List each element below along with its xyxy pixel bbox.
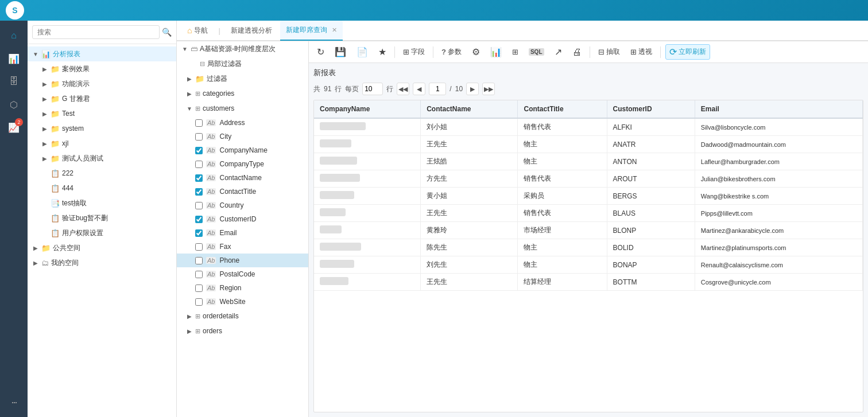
star-icon: ★ bbox=[378, 46, 386, 57]
page-prev-btn[interactable]: ◀ bbox=[413, 83, 425, 95]
field-contactname-checkbox[interactable] bbox=[195, 174, 203, 182]
tree-search-input[interactable] bbox=[32, 25, 160, 39]
extract-btn[interactable]: ⊟ 抽取 bbox=[595, 45, 623, 59]
field-phone[interactable]: Ab Phone bbox=[177, 254, 308, 267]
field-website-checkbox[interactable] bbox=[195, 298, 203, 306]
tree-sidebar: 🔍 ▼ 📊 分析报表 ▶ 📁 案例效果 ▶ 📁 功能演示 ▶ 📁 bbox=[28, 21, 177, 417]
ds-customers[interactable]: ▼ ⊞ customers bbox=[177, 101, 308, 116]
refresh-btn[interactable]: ↻ bbox=[313, 45, 328, 59]
toolbar: ↻ 💾 📄 ★ ⊞ 字段 bbox=[309, 41, 868, 63]
cell-contact: 刘先生 bbox=[421, 256, 518, 274]
field-website[interactable]: Ab WebSite bbox=[177, 295, 308, 309]
field-address[interactable]: Ab Address bbox=[177, 116, 308, 130]
data-header: 新报表 bbox=[313, 68, 863, 78]
sidebar-item-component[interactable]: ⬡ bbox=[3, 94, 24, 115]
field-region[interactable]: Ab Region bbox=[177, 281, 308, 295]
main-data-area: ↻ 💾 📄 ★ ⊞ 字段 bbox=[309, 41, 868, 417]
page-first-btn[interactable]: ◀◀ bbox=[397, 83, 409, 95]
param-btn[interactable]: ? 参数 bbox=[438, 45, 465, 59]
ds-filter[interactable]: ▶ 📁 过滤器 bbox=[177, 71, 308, 86]
field-fax[interactable]: Ab Fax bbox=[177, 240, 308, 254]
sql-btn[interactable]: SQL bbox=[525, 46, 548, 57]
tree-item-validate-bug[interactable]: ▶ 📋 验证bug暂不删 bbox=[28, 211, 176, 225]
field-address-checkbox[interactable] bbox=[195, 119, 203, 127]
save-btn[interactable]: 💾 bbox=[331, 45, 350, 59]
export-btn[interactable]: ↗ bbox=[551, 45, 565, 59]
search-icon[interactable]: 🔍 bbox=[162, 28, 172, 37]
saveas-btn[interactable]: 📄 bbox=[353, 45, 371, 59]
field-city[interactable]: Ab City bbox=[177, 130, 308, 143]
field-companytype[interactable]: Ab CompanyType bbox=[177, 157, 308, 171]
cell-company bbox=[314, 256, 421, 274]
tree-item-444[interactable]: ▶ 📋 444 bbox=[28, 181, 176, 196]
tab-close-btn[interactable]: ✕ bbox=[332, 26, 337, 34]
tree-item-case-result[interactable]: ▶ 📁 案例效果 bbox=[28, 61, 176, 76]
field-country-checkbox[interactable] bbox=[195, 202, 203, 209]
sidebar-item-more[interactable]: ··· bbox=[3, 392, 24, 412]
field-country[interactable]: Ab Country bbox=[177, 198, 308, 212]
tab-nav[interactable]: ⌂ 导航 bbox=[181, 21, 214, 41]
tree-item-public-space[interactable]: ▶ 📁 公共空间 bbox=[28, 240, 176, 255]
field-contacttitle[interactable]: Ab ContactTitle bbox=[177, 185, 308, 198]
chart-icon: 📊 bbox=[41, 50, 51, 59]
field-phone-checkbox[interactable] bbox=[195, 257, 203, 264]
field-email-checkbox[interactable] bbox=[195, 229, 203, 237]
field-companytype-checkbox[interactable] bbox=[195, 161, 203, 168]
tree-item-func-demo[interactable]: ▶ 📁 功能演示 bbox=[28, 76, 176, 91]
field-postalcode-checkbox[interactable] bbox=[195, 271, 203, 278]
filter-local-icon: ⊟ bbox=[200, 60, 205, 68]
tree-item-my-space[interactable]: ▶ 🗂 我的空间 bbox=[28, 255, 176, 270]
page-next-btn[interactable]: ▶ bbox=[466, 83, 479, 95]
tree-item-test[interactable]: ▶ 📁 Test bbox=[28, 106, 176, 121]
cell-email: Cosgrove@unicycle.com bbox=[695, 274, 862, 291]
cell-company bbox=[314, 274, 421, 291]
tree-item-user-auth[interactable]: ▶ 📋 用户权限设置 bbox=[28, 225, 176, 240]
ds-categories[interactable]: ▶ ⊞ categories bbox=[177, 86, 308, 101]
field-contacttitle-checkbox[interactable] bbox=[195, 188, 203, 196]
cell-company bbox=[314, 153, 421, 170]
tree-item-test-extract[interactable]: ▶ 📑 test抽取 bbox=[28, 196, 176, 211]
field-contactname[interactable]: Ab ContactName bbox=[177, 171, 308, 185]
ds-root[interactable]: ▼ 🗃 A基础资源-时间维度层次 bbox=[177, 41, 308, 56]
sidebar-item-report[interactable]: 📊 bbox=[3, 48, 24, 69]
tab-new-pivot[interactable]: 新建透视分析 bbox=[225, 21, 278, 41]
pivot-btn[interactable]: ⊞ 透视 bbox=[627, 45, 656, 59]
tree-item-222[interactable]: ▶ 📋 222 bbox=[28, 166, 176, 181]
tree-item-test-user[interactable]: ▶ 📁 测试人员测试 bbox=[28, 151, 176, 166]
tree-item-g-jiajun[interactable]: ▶ 📁 G 甘雅君 bbox=[28, 91, 176, 106]
sidebar-item-chart[interactable]: 📈 2 bbox=[3, 117, 24, 138]
setting-btn[interactable]: ⚙ bbox=[468, 45, 483, 59]
field-email[interactable]: Ab Email bbox=[177, 226, 308, 240]
toolbar-divider-4 bbox=[660, 46, 661, 58]
main-layout: ⌂ 📊 🗄 ⬡ 📈 2 ··· 🔍 ▼ 📊 分析报表 ▶ 📁 案例效果 bbox=[0, 21, 868, 417]
print-btn[interactable]: 🖨 bbox=[569, 45, 585, 59]
field-postalcode[interactable]: Ab PostalCode bbox=[177, 267, 308, 281]
ds-filter-local[interactable]: ▶ ⊟ 局部过滤器 bbox=[177, 56, 308, 71]
field-fax-checkbox[interactable] bbox=[195, 243, 203, 251]
refresh-now-btn[interactable]: ⟳ 立即刷新 bbox=[665, 44, 710, 60]
refresh-now-icon: ⟳ bbox=[669, 46, 677, 57]
analysis-report-label: 分析报表 bbox=[53, 49, 172, 59]
page-input[interactable] bbox=[429, 83, 446, 95]
field-customerid[interactable]: Ab CustomerID bbox=[177, 212, 308, 226]
ds-orderdetails[interactable]: ▶ ⊞ orderdetails bbox=[177, 309, 308, 324]
chart-view-btn[interactable]: 📊 bbox=[487, 45, 505, 59]
favorite-btn[interactable]: ★ bbox=[375, 45, 390, 59]
field-customerid-checkbox[interactable] bbox=[195, 216, 203, 223]
table-view-btn[interactable]: ⊞ bbox=[509, 46, 522, 58]
page-last-btn[interactable]: ▶▶ bbox=[482, 83, 495, 95]
field-companyname[interactable]: Ab CompanyName bbox=[177, 143, 308, 157]
field-companyname-checkbox[interactable] bbox=[195, 147, 203, 154]
tree-item-analysis-report[interactable]: ▼ 📊 分析报表 bbox=[28, 46, 176, 61]
tree-item-system[interactable]: ▶ 📁 system bbox=[28, 121, 176, 136]
sidebar-item-home[interactable]: ⌂ bbox=[3, 25, 24, 46]
field-btn[interactable]: ⊞ 字段 bbox=[400, 45, 428, 59]
field-region-checkbox[interactable] bbox=[195, 285, 203, 292]
tree-item-xjl[interactable]: ▶ 📁 xjl bbox=[28, 136, 176, 151]
per-page-input[interactable] bbox=[362, 83, 383, 95]
field-city-checkbox[interactable] bbox=[195, 133, 203, 141]
cell-title: 物主 bbox=[518, 239, 607, 256]
sidebar-item-data[interactable]: 🗄 bbox=[3, 71, 24, 92]
tab-new-query[interactable]: 新建即席查询 ✕ bbox=[280, 21, 343, 41]
ds-orders[interactable]: ▶ ⊞ orders bbox=[177, 324, 308, 338]
